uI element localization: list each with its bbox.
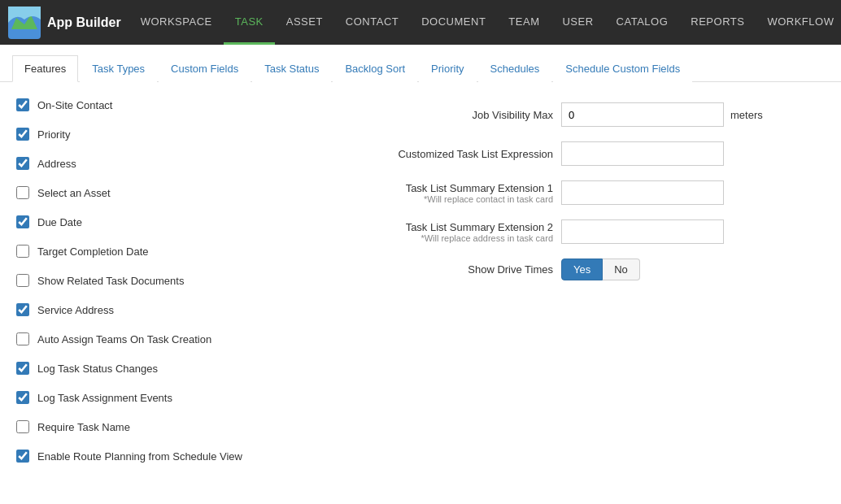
checkbox-label-address: Address xyxy=(37,158,76,170)
show-drive-times-row: Show Drive Times Yes No xyxy=(350,259,825,280)
tab-priority[interactable]: Priority xyxy=(419,55,476,82)
checkbox-show-related-task-documents[interactable] xyxy=(16,274,29,287)
checkbox-service-address[interactable] xyxy=(16,303,29,316)
checkbox-item-auto-assign-teams: Auto Assign Teams On Task Creation xyxy=(16,332,325,345)
nav-item-document[interactable]: DOCUMENT xyxy=(410,0,497,45)
task-list-summary-ext1-sublabel: *Will replace contact in task card xyxy=(350,194,553,204)
checkbox-item-require-task-name: Require Task Name xyxy=(16,420,325,433)
job-visibility-max-input[interactable] xyxy=(561,102,724,127)
checkbox-label-log-task-status-changes: Log Task Status Changes xyxy=(37,363,158,375)
tab-backlog-sort[interactable]: Backlog Sort xyxy=(333,55,417,82)
nav-item-contact[interactable]: CONTACT xyxy=(334,0,410,45)
app-logo: App Builder xyxy=(8,7,121,39)
task-list-summary-ext1-label-block: Task List Summary Extension 1 *Will repl… xyxy=(350,182,561,204)
task-list-summary-ext2-sublabel: *Will replace address in task card xyxy=(350,233,553,243)
nav-item-asset[interactable]: ASSET xyxy=(275,0,334,45)
checkbox-priority[interactable] xyxy=(16,128,29,141)
checkbox-item-log-task-status-changes: Log Task Status Changes xyxy=(16,362,325,375)
task-list-summary-ext2-row: Task List Summary Extension 2 *Will repl… xyxy=(350,219,825,244)
tab-custom-fields[interactable]: Custom Fields xyxy=(159,55,251,82)
checkbox-label-show-related-task-documents: Show Related Task Documents xyxy=(37,275,184,287)
tabs-bar: FeaturesTask TypesCustom FieldsTask Stat… xyxy=(0,45,841,82)
show-drive-times-label: Show Drive Times xyxy=(350,263,561,276)
checkbox-label-priority: Priority xyxy=(37,128,70,141)
task-list-summary-ext1-input[interactable] xyxy=(561,180,724,205)
show-drive-times-toggle: Yes No xyxy=(561,259,640,280)
checkbox-due-date[interactable] xyxy=(16,215,29,228)
checkbox-address[interactable] xyxy=(16,157,29,170)
checkbox-log-task-status-changes[interactable] xyxy=(16,362,29,375)
show-drive-times-yes-button[interactable]: Yes xyxy=(561,259,603,280)
job-visibility-max-unit: meters xyxy=(730,109,763,121)
checkbox-select-an-asset[interactable] xyxy=(16,186,29,199)
checkbox-item-log-task-assignment-events: Log Task Assignment Events xyxy=(16,391,325,404)
main-nav: WORKSPACETASKASSETCONTACTDOCUMENTTEAMUSE… xyxy=(129,0,841,45)
nav-item-team[interactable]: TEAM xyxy=(497,0,551,45)
checkbox-label-select-an-asset: Select an Asset xyxy=(37,187,111,199)
checkbox-auto-assign-teams[interactable] xyxy=(16,332,29,345)
nav-item-workspace[interactable]: WORKSPACE xyxy=(129,0,224,45)
job-visibility-max-row: Job Visibility Max meters xyxy=(350,102,825,127)
task-list-summary-ext1-row: Task List Summary Extension 1 *Will repl… xyxy=(350,180,825,205)
checkbox-label-log-task-assignment-events: Log Task Assignment Events xyxy=(37,392,172,404)
checkbox-label-enable-route-planning: Enable Route Planning from Schedule View xyxy=(37,450,242,463)
customized-task-list-input[interactable] xyxy=(561,141,724,166)
top-nav: App Builder WORKSPACETASKASSETCONTACTDOC… xyxy=(0,0,841,45)
checkbox-item-on-site-contact: On-Site Contact xyxy=(16,98,325,111)
app-logo-icon xyxy=(8,7,41,39)
customized-task-list-label: Customized Task List Expression xyxy=(350,148,561,160)
checkbox-item-priority: Priority xyxy=(16,128,325,141)
checkbox-label-require-task-name: Require Task Name xyxy=(37,421,130,433)
tab-features[interactable]: Features xyxy=(12,55,78,82)
checkbox-item-due-date: Due Date xyxy=(16,215,325,228)
nav-item-task[interactable]: TASK xyxy=(224,0,275,45)
task-list-summary-ext1-input-wrapper xyxy=(561,180,724,205)
customized-task-list-input-wrapper xyxy=(561,141,724,166)
checkbox-require-task-name[interactable] xyxy=(16,420,29,433)
checkbox-item-enable-route-planning: Enable Route Planning from Schedule View xyxy=(16,450,325,463)
tab-task-types[interactable]: Task Types xyxy=(80,55,157,82)
checkbox-log-task-assignment-events[interactable] xyxy=(16,391,29,404)
tab-schedule-custom-fields[interactable]: Schedule Custom Fields xyxy=(553,55,692,82)
task-list-summary-ext1-label: Task List Summary Extension 1 xyxy=(350,182,553,194)
job-visibility-max-input-wrapper xyxy=(561,102,724,127)
checkbox-label-on-site-contact: On-Site Contact xyxy=(37,99,113,111)
checkbox-item-target-completion-date: Target Completion Date xyxy=(16,245,325,258)
right-column: Job Visibility Max meters Customized Tas… xyxy=(350,98,825,504)
task-list-summary-ext2-label-block: Task List Summary Extension 2 *Will repl… xyxy=(350,221,561,243)
main-content: On-Site ContactPriorityAddressSelect an … xyxy=(0,82,841,504)
show-drive-times-no-button[interactable]: No xyxy=(603,259,640,280)
tab-task-status[interactable]: Task Status xyxy=(252,55,331,82)
nav-item-user[interactable]: USER xyxy=(551,0,604,45)
checkbox-label-target-completion-date: Target Completion Date xyxy=(37,245,149,258)
tab-schedules[interactable]: Schedules xyxy=(478,55,552,82)
left-column: On-Site ContactPriorityAddressSelect an … xyxy=(16,98,325,504)
nav-item-catalog[interactable]: CATALOG xyxy=(605,0,680,45)
nav-item-workflow[interactable]: WORKFLOW xyxy=(756,0,841,45)
nav-item-reports[interactable]: REPORTS xyxy=(679,0,756,45)
customized-task-list-row: Customized Task List Expression xyxy=(350,141,825,166)
checkbox-target-completion-date[interactable] xyxy=(16,245,29,258)
app-title: App Builder xyxy=(47,15,121,30)
checkbox-item-service-address: Service Address xyxy=(16,303,325,316)
content-area: FeaturesTask TypesCustom FieldsTask Stat… xyxy=(0,45,841,504)
job-visibility-max-label: Job Visibility Max xyxy=(350,109,561,121)
task-list-summary-ext2-label: Task List Summary Extension 2 xyxy=(350,221,553,233)
checkbox-enable-route-planning[interactable] xyxy=(16,450,29,463)
task-list-summary-ext2-input[interactable] xyxy=(561,219,724,244)
checkbox-label-due-date: Due Date xyxy=(37,216,82,228)
checkbox-item-show-related-task-documents: Show Related Task Documents xyxy=(16,274,325,287)
checkbox-label-service-address: Service Address xyxy=(37,304,114,316)
checkbox-label-auto-assign-teams: Auto Assign Teams On Task Creation xyxy=(37,333,211,345)
checkbox-on-site-contact[interactable] xyxy=(16,98,29,111)
task-list-summary-ext2-input-wrapper xyxy=(561,219,724,244)
checkbox-item-address: Address xyxy=(16,157,325,170)
checkbox-item-select-an-asset: Select an Asset xyxy=(16,186,325,199)
